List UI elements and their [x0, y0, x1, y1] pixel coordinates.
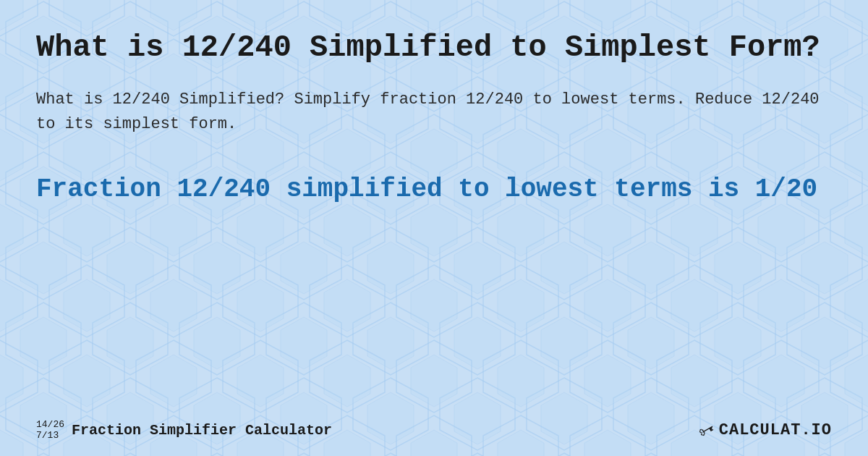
result-text: Fraction 12/240 simplified to lowest ter… [36, 173, 832, 207]
footer: 14/26 7/13 Fraction Simplifier Calculato… [36, 419, 832, 442]
fraction-bottom: 7/13 [36, 430, 64, 442]
logo-text: CALCULAT.IO [719, 421, 832, 439]
key-icon: 🗝 [694, 418, 718, 442]
fraction-top: 14/26 [36, 419, 64, 431]
page-description: What is 12/240 Simplified? Simplify frac… [36, 88, 832, 137]
footer-site-title: Fraction Simplifier Calculator [72, 422, 332, 439]
page-title: What is 12/240 Simplified to Simplest Fo… [36, 29, 832, 67]
footer-logo: 🗝 CALCULAT.IO [699, 421, 832, 440]
footer-left: 14/26 7/13 Fraction Simplifier Calculato… [36, 419, 332, 442]
fraction-stack: 14/26 7/13 [36, 419, 64, 442]
result-section: Fraction 12/240 simplified to lowest ter… [36, 173, 832, 207]
